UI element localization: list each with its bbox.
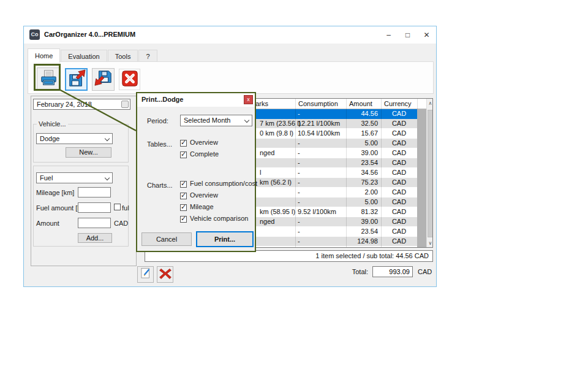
total-currency: CAD: [418, 268, 432, 275]
period-select[interactable]: Selected Month: [180, 115, 252, 126]
table-cell: -: [298, 149, 300, 156]
total-label: Total:: [334, 268, 368, 275]
charts-option[interactable]: ✓Overview: [180, 191, 218, 200]
table-cell: 23.54: [346, 228, 378, 235]
column-separator: [346, 99, 347, 248]
entry-type-select[interactable]: Fuel: [36, 172, 113, 183]
table-cell: CAD: [381, 129, 417, 137]
print-confirm-button[interactable]: Print...: [196, 231, 254, 247]
table-cell: 81.32: [346, 208, 378, 215]
column-separator: [381, 99, 382, 248]
tables-option[interactable]: ✓Complete: [180, 150, 219, 159]
table-cell: CAD: [381, 198, 417, 205]
charts-label: Charts...: [147, 182, 173, 189]
table-cell: CAD: [381, 120, 417, 127]
col-currency[interactable]: Currency: [384, 100, 412, 107]
period-label: Period:: [147, 117, 168, 125]
fuel-amount-label: Fuel amount [l]: [36, 204, 81, 212]
save-import-icon: [94, 69, 113, 90]
table-cell: 15.67: [346, 129, 378, 137]
checkbox-label: Vehicle comparison: [190, 215, 248, 222]
tab-evaluation[interactable]: Evaluation: [61, 50, 107, 63]
table-cell: CAD: [381, 188, 417, 196]
checkbox[interactable]: ✓: [180, 216, 187, 223]
vehicle-select[interactable]: Dodge: [36, 133, 113, 144]
table-cell: 9.52 l/100km: [298, 208, 336, 215]
tab-help[interactable]: ?: [138, 50, 157, 63]
table-cell: CAD: [381, 218, 417, 225]
table-cell: nged: [260, 149, 274, 156]
amount-input[interactable]: [78, 218, 111, 228]
table-cell: -: [298, 218, 300, 225]
scroll-up-icon[interactable]: ∧: [427, 99, 433, 108]
mileage-input[interactable]: [78, 187, 111, 197]
edit-record-button[interactable]: [137, 266, 154, 283]
checkmark-icon: ✓: [181, 203, 186, 211]
cancel-button[interactable]: Cancel: [141, 232, 192, 246]
minimize-button[interactable]: –: [379, 26, 398, 44]
table-cell: 32.50: [346, 120, 378, 127]
tab-strip: HomeEvaluationTools?: [28, 48, 158, 63]
charts-option[interactable]: ✓Fuel consumption/cost: [180, 180, 257, 188]
save-import-button[interactable]: [92, 68, 115, 91]
amount-label: Amount: [36, 220, 59, 227]
period-value: Selected Month: [184, 117, 230, 124]
checkbox[interactable]: ✓: [180, 181, 187, 188]
date-picker-icon[interactable]: [121, 101, 129, 108]
add-button[interactable]: Add...: [78, 233, 112, 243]
delete-record-button[interactable]: [157, 266, 173, 283]
tables-option[interactable]: ✓Overview: [180, 139, 218, 147]
close-button[interactable]: ✕: [417, 26, 436, 44]
window-title: CarOrganizer 4.0...PREMIUM: [44, 31, 135, 38]
toolbar: [28, 61, 434, 94]
chevron-down-icon: [105, 136, 110, 141]
date-input[interactable]: February 24, 2018: [33, 99, 130, 110]
checkbox-label: Mileage: [190, 203, 214, 210]
close-record-button[interactable]: [119, 69, 140, 90]
scrollbar-thumb[interactable]: [428, 110, 433, 237]
table-cell: 12.21 l/100km: [298, 120, 340, 127]
checkbox[interactable]: ✓: [180, 204, 187, 211]
table-cell: CAD: [381, 110, 417, 117]
table-cell: CAD: [381, 159, 417, 166]
save-export-button[interactable]: [65, 68, 88, 91]
print-dialog: Print...Dodge x Period: Selected Month T…: [136, 92, 256, 252]
checkbox[interactable]: ✓: [180, 140, 187, 147]
charts-option[interactable]: ✓Vehicle comparison: [180, 215, 248, 223]
vertical-scrollbar[interactable]: ∧ ∨: [426, 99, 433, 248]
checkbox-label: Complete: [190, 150, 219, 158]
new-vehicle-button[interactable]: New...: [66, 147, 111, 158]
tab-home[interactable]: Home: [28, 48, 60, 63]
total-value: 993.09: [372, 266, 413, 277]
checkbox[interactable]: ✓: [180, 193, 187, 199]
checkmark-icon: ✓: [181, 215, 186, 223]
scroll-down-icon[interactable]: ∨: [427, 239, 433, 248]
table-cell: CAD: [381, 139, 417, 147]
full-tank-checkbox[interactable]: [114, 204, 121, 210]
table-cell: -: [298, 139, 300, 147]
table-cell: -: [298, 188, 300, 196]
col-consumption[interactable]: Consumption: [298, 100, 338, 107]
table-cell: -: [298, 110, 300, 117]
table-cell: -: [298, 198, 300, 205]
tables-label: Tables...: [147, 140, 172, 148]
charts-option[interactable]: ✓Mileage: [180, 203, 214, 212]
dialog-title-bar: Print...Dodge x: [137, 93, 255, 107]
checkmark-icon: ✓: [181, 180, 186, 188]
fuel-amount-input[interactable]: [78, 202, 111, 213]
checkbox[interactable]: ✓: [180, 151, 187, 158]
date-value: February 24, 2018: [37, 101, 92, 108]
vehicle-groupbox: Vehicle... Dodge New...: [33, 124, 129, 163]
print-button[interactable]: [37, 67, 60, 91]
mileage-label: Mileage [km]: [36, 189, 74, 196]
dialog-close-button[interactable]: x: [244, 95, 253, 104]
maximize-button[interactable]: □: [398, 26, 417, 44]
dialog-title: Print...Dodge: [141, 96, 183, 103]
table-cell: CAD: [381, 237, 417, 245]
col-amount[interactable]: Amount: [349, 100, 372, 107]
table-cell: 44.56: [346, 110, 378, 117]
table-cell: 124.98: [346, 237, 378, 245]
vehicle-group-label: Vehicle...: [37, 120, 68, 128]
table-cell: 2.00: [346, 188, 378, 196]
tab-tools[interactable]: Tools: [108, 50, 138, 63]
